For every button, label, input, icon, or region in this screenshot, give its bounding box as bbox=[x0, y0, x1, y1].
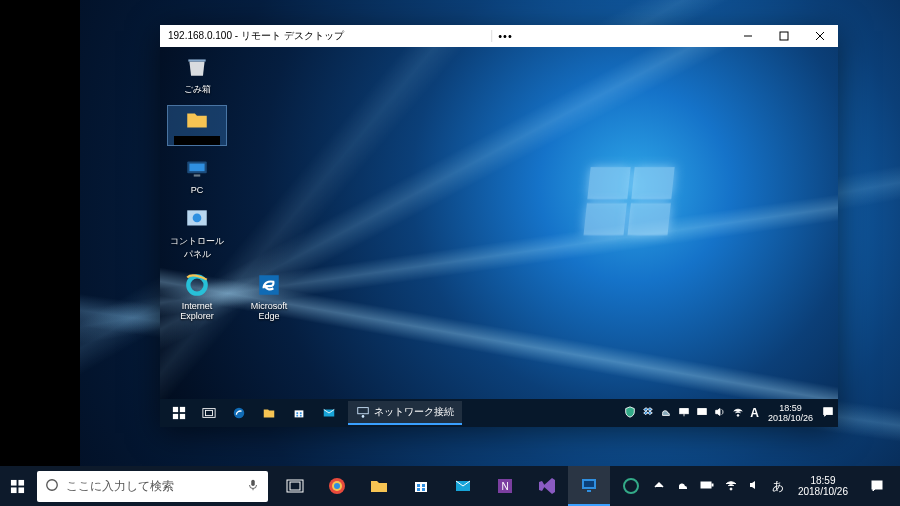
svg-rect-31 bbox=[19, 479, 25, 485]
remote-running-network[interactable]: ネットワーク接続 bbox=[348, 401, 462, 425]
desktop-icon-ie[interactable]: Internet Explorer bbox=[168, 271, 226, 321]
mail-icon[interactable] bbox=[442, 466, 484, 506]
host-clock[interactable]: 18:59 2018/10/26 bbox=[794, 475, 852, 497]
desktop-icon-edge[interactable]: Microsoft Edge bbox=[240, 271, 298, 321]
desktop-icon-recycle-bin[interactable]: ごみ箱 bbox=[168, 53, 226, 96]
svg-rect-48 bbox=[701, 482, 711, 488]
svg-rect-25 bbox=[680, 409, 689, 414]
tray-shield-icon[interactable] bbox=[624, 406, 636, 420]
svg-rect-10 bbox=[194, 174, 201, 176]
remote-start-button[interactable] bbox=[164, 399, 194, 427]
minimize-button[interactable] bbox=[730, 25, 766, 47]
svg-rect-9 bbox=[189, 164, 204, 172]
svg-rect-32 bbox=[11, 487, 17, 493]
maximize-button[interactable] bbox=[766, 25, 802, 47]
control-panel-icon bbox=[183, 205, 211, 233]
ime-indicator[interactable]: A bbox=[750, 406, 759, 420]
svg-rect-51 bbox=[872, 481, 882, 489]
running-label: ネットワーク接続 bbox=[374, 405, 454, 419]
icon-label: コントロール パネル bbox=[168, 235, 226, 261]
pc-icon bbox=[183, 155, 211, 183]
onenote-icon[interactable]: N bbox=[484, 466, 526, 506]
taskview-icon[interactable] bbox=[194, 399, 224, 427]
svg-rect-29 bbox=[824, 408, 833, 415]
tray-wifi-icon[interactable] bbox=[732, 406, 744, 420]
svg-rect-30 bbox=[11, 479, 17, 485]
close-button[interactable] bbox=[802, 25, 838, 47]
svg-rect-17 bbox=[173, 414, 178, 419]
svg-rect-5 bbox=[780, 32, 788, 40]
svg-rect-23 bbox=[358, 408, 369, 414]
recycle-bin-icon bbox=[183, 53, 211, 81]
store-icon[interactable] bbox=[400, 466, 442, 506]
svg-point-21 bbox=[234, 408, 245, 419]
rdp-title: 192.168.0.100 - リモート デスクトップ bbox=[168, 29, 344, 43]
visualstudio-icon[interactable] bbox=[526, 466, 568, 506]
windows-logo bbox=[583, 167, 676, 237]
search-input[interactable]: ここに入力して検索 bbox=[37, 471, 268, 502]
remote-taskbar: ネットワーク接続 A 18:59 2018/10/26 bbox=[160, 399, 838, 427]
taskview-icon[interactable] bbox=[274, 466, 316, 506]
svg-rect-18 bbox=[180, 414, 185, 419]
svg-point-47 bbox=[624, 479, 638, 493]
chevron-up-icon[interactable] bbox=[652, 478, 666, 494]
remote-desktop-body[interactable]: ごみ箱 PC コントロール パネル bbox=[160, 47, 838, 399]
desktop-icon-pc[interactable]: PC bbox=[168, 155, 226, 195]
svg-rect-37 bbox=[290, 482, 300, 490]
host-start-button[interactable] bbox=[0, 466, 35, 506]
icon-label: Internet Explorer bbox=[168, 301, 226, 321]
svg-rect-49 bbox=[712, 484, 713, 486]
icon-label: ごみ箱 bbox=[184, 83, 211, 96]
volume-icon[interactable] bbox=[748, 478, 762, 494]
tray-network-icon[interactable] bbox=[678, 406, 690, 420]
chrome-icon[interactable] bbox=[316, 466, 358, 506]
action-center-icon[interactable] bbox=[822, 406, 834, 420]
remote-pinned-mail[interactable] bbox=[314, 399, 344, 427]
svg-rect-15 bbox=[173, 407, 178, 412]
tray-volume-icon[interactable] bbox=[714, 406, 726, 420]
misc-icon[interactable] bbox=[610, 466, 652, 506]
remote-pinned-explorer[interactable] bbox=[254, 399, 284, 427]
svg-rect-27 bbox=[698, 409, 707, 415]
rdp-titlebar[interactable]: 192.168.0.100 - リモート デスクトップ ••• bbox=[160, 25, 838, 47]
svg-rect-35 bbox=[251, 479, 255, 485]
svg-point-34 bbox=[47, 479, 58, 490]
desktop-icon-folder[interactable] bbox=[168, 106, 226, 145]
svg-rect-33 bbox=[19, 487, 25, 493]
ie-icon bbox=[183, 271, 211, 299]
microphone-icon[interactable] bbox=[246, 478, 260, 495]
more-icon[interactable]: ••• bbox=[498, 30, 513, 42]
remote-desktop-window: 192.168.0.100 - リモート デスクトップ ••• ごみ箱 bbox=[160, 25, 838, 427]
icon-label bbox=[174, 136, 220, 145]
remote-pinned-store[interactable] bbox=[284, 399, 314, 427]
remote-desktop-icon[interactable] bbox=[568, 466, 610, 506]
cortana-icon bbox=[45, 478, 59, 495]
action-center-icon[interactable] bbox=[862, 466, 892, 506]
svg-rect-45 bbox=[584, 481, 594, 487]
remote-clock[interactable]: 18:59 2018/10/26 bbox=[765, 403, 816, 423]
desktop-icon-control-panel[interactable]: コントロール パネル bbox=[168, 205, 226, 261]
edge-icon bbox=[255, 271, 283, 299]
tray-dropbox-icon[interactable] bbox=[642, 406, 654, 420]
icon-label: PC bbox=[191, 185, 204, 195]
svg-point-50 bbox=[730, 488, 732, 490]
remote-pinned-edge[interactable] bbox=[224, 399, 254, 427]
svg-point-24 bbox=[362, 415, 365, 418]
tray-onedrive-icon[interactable] bbox=[660, 406, 672, 420]
icon-label: Microsoft Edge bbox=[240, 301, 298, 321]
svg-rect-46 bbox=[587, 490, 591, 492]
battery-icon[interactable] bbox=[700, 478, 714, 494]
ime-icon[interactable]: あ bbox=[772, 478, 784, 495]
svg-point-40 bbox=[334, 483, 340, 489]
svg-rect-16 bbox=[180, 407, 185, 412]
folder-icon bbox=[183, 106, 211, 134]
svg-rect-20 bbox=[206, 410, 213, 415]
wifi-icon[interactable] bbox=[724, 478, 738, 494]
host-taskbar: ここに入力して検索 N あ 18:59 2018/10/26 bbox=[0, 466, 900, 506]
svg-point-12 bbox=[193, 214, 202, 223]
explorer-icon[interactable] bbox=[358, 466, 400, 506]
onedrive-icon[interactable] bbox=[676, 478, 690, 494]
search-placeholder: ここに入力して検索 bbox=[66, 478, 174, 495]
svg-point-28 bbox=[737, 415, 739, 417]
tray-monitor-icon[interactable] bbox=[696, 406, 708, 420]
